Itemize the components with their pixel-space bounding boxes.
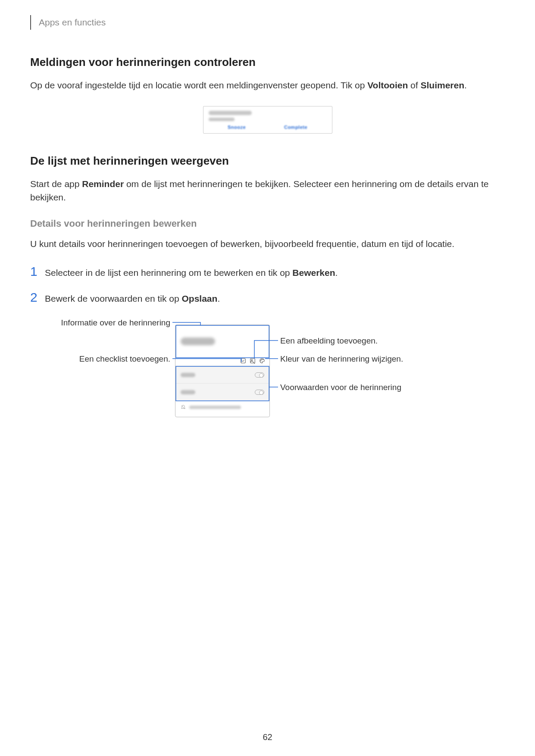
svg-point-2 — [251, 359, 252, 360]
text-bold-voltooien: Voltooien — [367, 80, 408, 90]
heading-notifications: Meldingen voor herinneringen controleren — [30, 56, 505, 69]
svg-rect-1 — [250, 358, 255, 363]
notification-info-row — [175, 400, 269, 413]
toolbar — [175, 357, 269, 366]
heading-view-list: De lijst met herinneringen weergeven — [30, 154, 505, 168]
checklist-icon — [240, 358, 246, 366]
text-bold-reminder: Reminder — [82, 179, 124, 189]
blurred-subtitle — [209, 118, 235, 121]
text-bold-bewerken: Bewerken — [292, 268, 335, 278]
notification-example: Snooze Complete — [203, 106, 332, 134]
condition-row-place — [175, 383, 269, 400]
step-text: Bewerk de voorwaarden en tik op Opslaan. — [45, 292, 220, 306]
toggle-icon — [255, 390, 264, 395]
callout-add-image: Een afbeelding toevoegen. — [280, 336, 378, 346]
heading-edit-details: Details voor herinneringen bewerken — [30, 218, 505, 229]
svg-rect-0 — [241, 358, 246, 363]
text-bold-sluimeren: Sluimeren — [420, 80, 464, 90]
callout-conditions: Voorwaarden voor de herinnering — [280, 383, 401, 392]
blurred-title — [209, 111, 252, 115]
blurred-footer-text — [189, 406, 241, 409]
text-bold-opslaan: Opslaan — [182, 294, 218, 303]
step-2: 2 Bewerk de voorwaarden en tik op Opslaa… — [30, 290, 505, 306]
page-number: 62 — [0, 732, 535, 742]
blurred-label — [181, 390, 195, 394]
edit-reminder-diagram: Informatie over de herinnering Een check… — [52, 318, 466, 447]
phone-mockup — [175, 325, 270, 417]
text: . — [335, 268, 338, 278]
paragraph-view-list: Start de app Reminder om de lijst met he… — [30, 177, 505, 204]
palette-icon — [259, 358, 265, 366]
paragraph-edit-details: U kunt details voor herinneringen toevoe… — [30, 237, 505, 251]
bell-off-icon — [181, 405, 186, 410]
blurred-label — [181, 373, 195, 377]
text: Bewerk de voorwaarden en tik op — [45, 294, 182, 303]
svg-point-4 — [261, 359, 262, 359]
image-icon — [250, 358, 256, 366]
callout-info: Informatie over de herinnering — [52, 318, 170, 328]
callout-change-color: Kleur van de herinnering wijzigen. — [280, 354, 403, 364]
steps-list: 1 Selecteer in de lijst een herinnering … — [30, 264, 505, 305]
step-number: 2 — [30, 290, 45, 305]
text: . — [217, 294, 220, 303]
text: . — [464, 80, 467, 90]
snooze-button-blurred: Snooze — [228, 125, 246, 130]
step-text: Selecteer in de lijst een herinnering om… — [45, 266, 338, 280]
text: Op de vooraf ingestelde tijd en locatie … — [30, 80, 367, 90]
step-number: 1 — [30, 264, 45, 279]
header-section: Apps en functies — [30, 15, 505, 30]
header-section-text: Apps en functies — [39, 17, 106, 28]
blurred-reminder-title — [181, 337, 215, 345]
paragraph-notifications: Op de vooraf ingestelde tijd en locatie … — [30, 78, 505, 92]
callout-checklist: Een checklist toevoegen. — [52, 354, 170, 364]
svg-point-3 — [261, 360, 261, 361]
reminder-title-area — [175, 325, 269, 357]
condition-row-time — [175, 366, 269, 383]
text: Start de app — [30, 179, 82, 189]
step-1: 1 Selecteer in de lijst een herinnering … — [30, 264, 505, 280]
svg-point-5 — [263, 359, 263, 359]
complete-button-blurred: Complete — [284, 125, 307, 130]
text: of — [408, 80, 420, 90]
text: Selecteer in de lijst een herinnering om… — [45, 268, 292, 278]
toggle-icon — [255, 372, 264, 378]
